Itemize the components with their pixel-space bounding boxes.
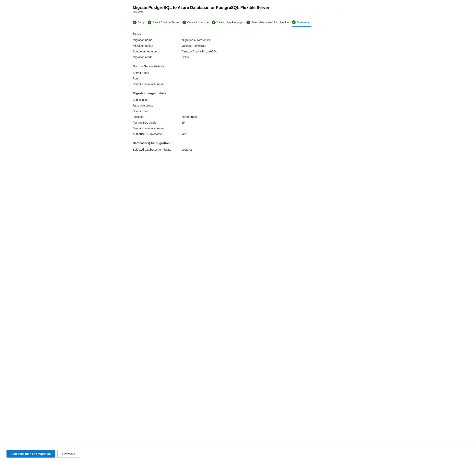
wizard-step-migration-target[interactable]: Select migration target xyxy=(212,18,246,27)
field-row: Server name xyxy=(133,110,343,113)
step-label-runtime-server: Select Runtime Server xyxy=(153,21,179,24)
wizard-step-select-databases[interactable]: Select database(s) for migration xyxy=(246,18,291,27)
wizard-step-runtime-server[interactable]: Select Runtime Server xyxy=(148,18,181,27)
field-value: 15 xyxy=(182,121,185,124)
field-row: Migration modeOnline xyxy=(133,55,343,59)
field-label: Migration name xyxy=(133,38,178,42)
wizard-steps: SetupSelect Runtime ServerConnect to sou… xyxy=(133,18,343,27)
field-value: northeurope xyxy=(182,115,197,119)
wizard-step-connect-source[interactable]: Connect to source xyxy=(182,18,211,27)
step-check-select-databases xyxy=(246,20,250,24)
field-label: Server admin login name xyxy=(133,127,178,130)
field-value: Yes xyxy=(182,132,186,136)
field-label: Authorize DB overwrite xyxy=(133,132,178,136)
field-label: Migration option xyxy=(133,44,178,47)
field-row: Port xyxy=(133,77,343,80)
step-label-migration-target: Select migration target xyxy=(217,21,243,24)
field-row: Source server typeAmazon Aurora PostgreS… xyxy=(133,50,343,53)
field-row: Resource group xyxy=(133,104,343,107)
migration-target-section-title: Migration target details xyxy=(133,91,343,95)
step-check-summary xyxy=(292,20,296,24)
migration-target-fields: SubscriptionResource groupServer nameLoc… xyxy=(133,98,343,136)
field-value: ValidateAndMigrate xyxy=(182,44,206,47)
step-label-connect-source: Connect to source xyxy=(187,21,209,24)
more-options-icon[interactable]: ··· xyxy=(337,6,343,12)
field-label: Server name xyxy=(133,71,178,74)
step-check-setup xyxy=(133,20,136,24)
page-subtitle: Microsoft xyxy=(133,10,269,13)
section-migration-target: Migration target details SubscriptionRes… xyxy=(133,91,343,136)
step-check-runtime-server xyxy=(148,20,151,24)
field-row: Server admin login name xyxy=(133,127,343,130)
setup-section-title: Setup xyxy=(133,32,343,35)
databases-section-title: Database(s) for migration xyxy=(133,141,343,145)
page-title: Migrate PostgreSQL to Azure Database for… xyxy=(133,5,269,10)
field-row: PostgreSQL version15 xyxy=(133,121,343,124)
footer: Start Validation and Migration < Previou… xyxy=(0,447,476,461)
databases-fields: Selected databases to migratepostgres xyxy=(133,148,343,151)
source-server-fields: Server namePortServer admin login name xyxy=(133,71,343,86)
step-check-migration-target xyxy=(212,20,216,24)
field-row: Server admin login name xyxy=(133,83,343,86)
source-server-section-title: Source Server details xyxy=(133,64,343,68)
page-header: Migrate PostgreSQL to Azure Database for… xyxy=(133,5,343,13)
field-label: Server admin login name xyxy=(133,83,178,86)
setup-fields: Migration namemigration-aurora-onlineMig… xyxy=(133,38,343,59)
step-label-select-databases: Select database(s) for migration xyxy=(251,21,289,24)
field-label: Resource group xyxy=(133,104,178,107)
field-row: Server name xyxy=(133,71,343,74)
page-container: Migrate PostgreSQL to Azure Database for… xyxy=(126,0,350,461)
field-label: Port xyxy=(133,77,178,80)
field-value: migration-aurora-online xyxy=(182,38,211,42)
content-area: Setup Migration namemigration-aurora-onl… xyxy=(133,27,343,461)
field-row: Selected databases to migratepostgres xyxy=(133,148,343,151)
field-label: Source server type xyxy=(133,50,178,53)
field-value: Amazon Aurora PostgreSQL xyxy=(182,50,218,53)
field-row: Locationnortheurope xyxy=(133,115,343,119)
start-validation-migration-button[interactable]: Start Validation and Migration xyxy=(7,450,55,458)
step-label-summary: Summary xyxy=(297,21,309,24)
field-label: Migration mode xyxy=(133,55,178,59)
field-value: Online xyxy=(182,55,190,59)
step-check-connect-source xyxy=(182,20,186,24)
field-value: postgres xyxy=(182,148,193,151)
field-row: Subscription xyxy=(133,98,343,101)
wizard-step-summary[interactable]: Summary xyxy=(292,18,311,27)
field-label: Server name xyxy=(133,110,178,113)
field-row: Migration optionValidateAndMigrate xyxy=(133,44,343,47)
field-label: Subscription xyxy=(133,98,178,101)
previous-button[interactable]: < Previous xyxy=(57,450,79,458)
field-label: PostgreSQL version xyxy=(133,121,178,124)
field-row: Migration namemigration-aurora-online xyxy=(133,38,343,42)
wizard-step-setup[interactable]: Setup xyxy=(133,18,147,27)
section-source-server: Source Server details Server namePortSer… xyxy=(133,64,343,86)
field-label: Selected databases to migrate xyxy=(133,148,178,151)
field-label: Location xyxy=(133,115,178,119)
step-label-setup: Setup xyxy=(138,21,145,24)
section-setup: Setup Migration namemigration-aurora-onl… xyxy=(133,32,343,59)
section-databases: Database(s) for migration Selected datab… xyxy=(133,141,343,151)
header-text: Migrate PostgreSQL to Azure Database for… xyxy=(133,5,269,13)
field-row: Authorize DB overwriteYes xyxy=(133,132,343,136)
